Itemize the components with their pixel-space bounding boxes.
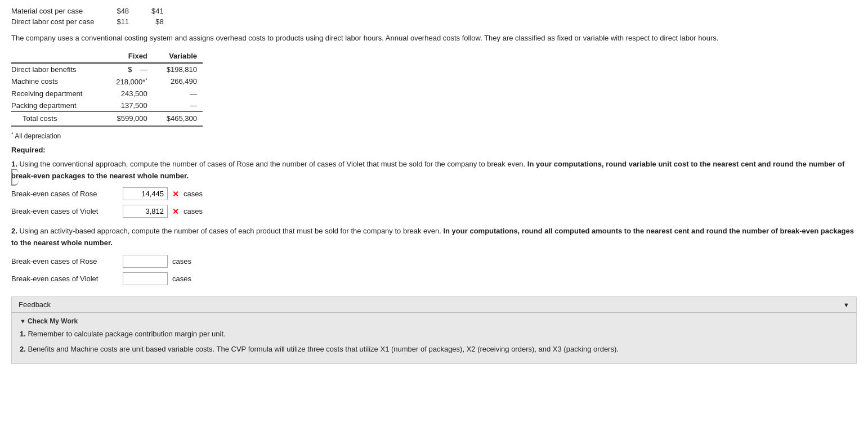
- question-1-text: 1. Using the conventional approach, comp…: [11, 159, 857, 182]
- q2-rose-input[interactable]: [123, 255, 168, 268]
- decorative-circle: [11, 169, 19, 186]
- feedback-item: 2. Benefits and Machine costs are unit b…: [20, 344, 848, 356]
- q1-rose-row: Break-even cases of Rose ✕ cases: [11, 187, 857, 200]
- cost-per-case-table: Material cost per case $48 $41 Direct la…: [11, 6, 857, 27]
- question-2-block: 2. Using an activity-based approach, com…: [11, 226, 857, 285]
- footnote-star: *: [11, 131, 14, 137]
- q1-rose-unit: cases: [184, 190, 203, 198]
- overhead-row: Machine costs 218,000** 266,490: [11, 75, 203, 88]
- overhead-row-fixed: 218,000**: [102, 75, 153, 88]
- feedback-header: Feedback ▼: [12, 297, 856, 313]
- feedback-item-text: Remember to calculate package contributi…: [28, 330, 225, 338]
- footnote: * All depreciation: [11, 131, 857, 140]
- top-row-variable: $41: [151, 6, 186, 16]
- overhead-row-label: Receiving department: [11, 88, 102, 100]
- overhead-row-variable: $198,810: [153, 63, 203, 75]
- q1-violet-row: Break-even cases of Violet ✕ cases: [11, 205, 857, 218]
- overhead-col-label: [11, 51, 102, 63]
- overhead-row-fixed: 243,500: [102, 88, 153, 100]
- feedback-item: 1. Remember to calculate package contrib…: [20, 328, 848, 340]
- overhead-row: Direct labor benefits $ — $198,810: [11, 63, 203, 75]
- top-row-label: Material cost per case: [11, 6, 117, 16]
- feedback-box: Feedback ▼ Check My Work 1. Remember to …: [11, 296, 857, 364]
- feedback-toggle-icon[interactable]: ▼: [843, 302, 849, 308]
- top-row-variable: $8: [151, 16, 186, 27]
- overhead-col-variable: Variable: [153, 51, 203, 63]
- q1-violet-unit: cases: [184, 207, 203, 215]
- overhead-row-label: Machine costs: [11, 75, 102, 88]
- overhead-table: Fixed Variable Direct labor benefits $ —…: [11, 51, 203, 127]
- top-table-row: Material cost per case $48 $41: [11, 6, 186, 16]
- q2-violet-row: Break-even cases of Violet cases: [11, 272, 857, 285]
- overhead-row: Packing department 137,500 —: [11, 100, 203, 112]
- q2-rose-label: Break-even cases of Rose: [11, 257, 118, 266]
- feedback-title: Feedback: [19, 300, 51, 309]
- q1-rose-label: Break-even cases of Rose: [11, 190, 118, 198]
- q2-violet-input[interactable]: [123, 272, 168, 285]
- q2-violet-unit: cases: [172, 274, 191, 283]
- overhead-row-variable: 266,490: [153, 75, 203, 88]
- q2-text-before: Using an activity-based approach, comput…: [19, 227, 443, 235]
- feedback-item-text: Benefits and Machine costs are unit base…: [28, 345, 618, 353]
- q1-violet-input[interactable]: [123, 205, 168, 218]
- overhead-total-variable: $465,300: [153, 111, 203, 125]
- question-2-text: 2. Using an activity-based approach, com…: [11, 226, 857, 249]
- footnote-text: All depreciation: [15, 132, 61, 140]
- q2-rose-row: Break-even cases of Rose cases: [11, 255, 857, 268]
- q1-violet-label: Break-even cases of Violet: [11, 207, 118, 215]
- q2-number: 2.: [11, 227, 17, 235]
- top-row-fixed: $11: [117, 16, 151, 27]
- top-row-label: Direct labor cost per case: [11, 16, 117, 27]
- q2-violet-label: Break-even cases of Violet: [11, 274, 118, 283]
- q1-text-before: Using the conventional approach, compute…: [19, 160, 527, 168]
- check-work-header: Check My Work: [20, 317, 848, 325]
- intro-text: The company uses a conventional costing …: [11, 33, 857, 44]
- q1-number: 1.: [11, 160, 17, 168]
- overhead-total-row: Total costs $599,000 $465,300: [11, 111, 203, 125]
- q1-rose-error: ✕: [172, 190, 179, 199]
- question-1-block: 1. Using the conventional approach, comp…: [11, 159, 857, 218]
- feedback-item-number: 2.: [20, 345, 26, 353]
- top-table-row: Direct labor cost per case $11 $8: [11, 16, 186, 27]
- q1-rose-input[interactable]: [123, 187, 168, 200]
- overhead-row-label: Direct labor benefits: [11, 63, 102, 75]
- check-work-label: Check My Work: [28, 317, 78, 325]
- overhead-row-label: Packing department: [11, 100, 102, 112]
- feedback-item-number: 1.: [20, 330, 26, 338]
- overhead-total-label: Total costs: [11, 111, 102, 125]
- feedback-content: Check My Work 1. Remember to calculate p…: [12, 313, 856, 363]
- overhead-row-variable: —: [153, 100, 203, 112]
- top-row-fixed: $48: [117, 6, 151, 16]
- required-label: Required:: [11, 146, 857, 154]
- overhead-row-fixed: 137,500: [102, 100, 153, 112]
- overhead-total-fixed: $599,000: [102, 111, 153, 125]
- overhead-row: Receiving department 243,500 —: [11, 88, 203, 100]
- overhead-col-fixed: Fixed: [102, 51, 153, 63]
- q1-violet-error: ✕: [172, 207, 179, 216]
- overhead-row-variable: —: [153, 88, 203, 100]
- q2-rose-unit: cases: [172, 257, 191, 266]
- overhead-row-fixed: $ —: [102, 63, 153, 75]
